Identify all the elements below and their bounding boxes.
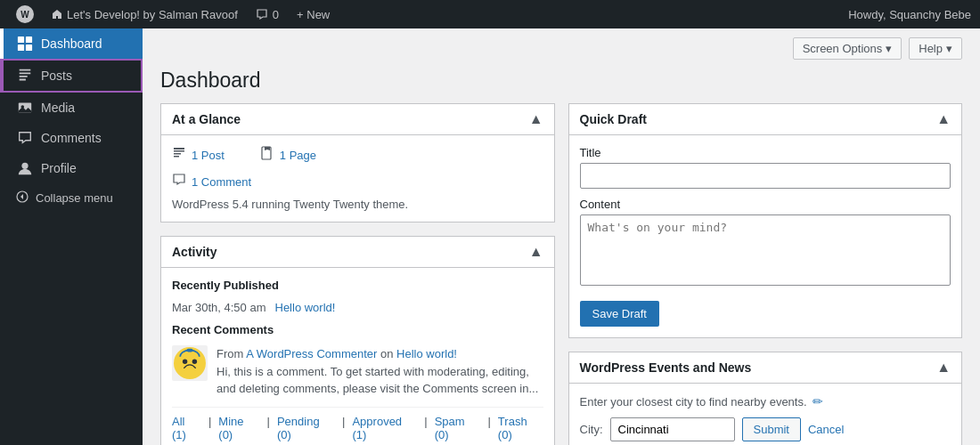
comment-text-block: From A WordPress Commenter on Hello worl… bbox=[216, 345, 543, 398]
comments-label: Comments bbox=[41, 131, 102, 145]
recent-comments-heading: Recent Comments bbox=[172, 323, 543, 340]
at-a-glance-stats: 1 Post 1 Page bbox=[172, 146, 543, 164]
comment-stat: 1 Comment bbox=[172, 173, 543, 190]
wp-logo-item[interactable]: W bbox=[7, 0, 43, 28]
screen-options-label: Screen Options bbox=[803, 42, 883, 55]
comment-avatar bbox=[172, 345, 208, 381]
wp-events-toggle[interactable]: ▲ bbox=[936, 360, 951, 376]
events-desc-text: Enter your closest city to find nearby e… bbox=[580, 395, 807, 409]
pencil-icon: ✏ bbox=[813, 394, 823, 409]
footer-mine[interactable]: Mine (0) bbox=[218, 415, 259, 441]
at-a-glance-widget: At a Glance ▲ 1 Post bbox=[160, 103, 555, 222]
sidebar-item-profile[interactable]: Profile bbox=[0, 153, 143, 183]
sidebar-item-dashboard[interactable]: Dashboard bbox=[0, 28, 143, 59]
at-a-glance-title: At a Glance bbox=[172, 112, 241, 126]
howdy-text: Howdy, Squanchy Bebe bbox=[839, 8, 980, 21]
media-icon bbox=[16, 100, 34, 116]
activity-toggle[interactable]: ▲ bbox=[529, 244, 543, 260]
city-submit-button[interactable]: Submit bbox=[742, 417, 801, 441]
svg-rect-5 bbox=[26, 44, 32, 51]
activity-footer: All (1) | Mine (0) | Pending (0) | Appro… bbox=[172, 407, 543, 441]
page-title: Dashboard bbox=[160, 69, 962, 93]
site-name: Let's Develop! by Salman Ravoof bbox=[67, 8, 238, 21]
comment-post-link[interactable]: Hello world! bbox=[396, 347, 457, 360]
recently-published: Recently Published Mar 30th, 4:50 am Hel… bbox=[172, 279, 543, 314]
quick-draft-toggle[interactable]: ▲ bbox=[936, 111, 951, 127]
sidebar-item-media[interactable]: Media bbox=[0, 93, 143, 123]
activity-title: Activity bbox=[172, 245, 217, 259]
comment-author-link[interactable]: A WordPress Commenter bbox=[246, 347, 377, 360]
comment-count-link[interactable]: 1 Comment bbox=[192, 175, 251, 189]
svg-point-13 bbox=[192, 360, 197, 364]
screen-options-button[interactable]: Screen Options ▾ bbox=[793, 37, 902, 60]
page-stat: 1 Page bbox=[260, 146, 316, 164]
city-row: City: Submit Cancel bbox=[580, 417, 951, 441]
city-cancel-link[interactable]: Cancel bbox=[808, 423, 844, 436]
footer-spam[interactable]: Spam (0) bbox=[435, 415, 481, 441]
page-count-link[interactable]: 1 Page bbox=[280, 149, 316, 162]
svg-rect-3 bbox=[26, 36, 32, 43]
at-a-glance-header: At a Glance ▲ bbox=[161, 104, 554, 135]
wp-logo-icon: W bbox=[16, 5, 34, 23]
help-chevron: ▾ bbox=[946, 42, 952, 55]
site-name-item[interactable]: Let's Develop! by Salman Ravoof bbox=[43, 0, 247, 28]
sidebar-item-posts[interactable]: Posts bbox=[0, 59, 143, 93]
collapse-icon bbox=[16, 190, 29, 206]
help-button[interactable]: Help ▾ bbox=[909, 37, 962, 60]
left-column: At a Glance ▲ 1 Post bbox=[160, 103, 555, 445]
comments-count: 0 bbox=[273, 8, 279, 21]
recent-comments-section: Recent Comments bbox=[172, 323, 543, 398]
dashboard-label: Dashboard bbox=[41, 36, 102, 51]
title-label: Title bbox=[580, 146, 951, 159]
collapse-menu-item[interactable]: Collapse menu bbox=[0, 183, 143, 213]
pub-link[interactable]: Hello world! bbox=[275, 301, 336, 314]
comments-item[interactable]: 0 bbox=[247, 0, 288, 28]
home-icon bbox=[52, 9, 62, 20]
comments-sidebar-icon bbox=[16, 130, 34, 146]
post-icon bbox=[172, 146, 186, 164]
city-label: City: bbox=[580, 423, 603, 436]
svg-text:W: W bbox=[20, 10, 29, 20]
top-bar: Screen Options ▾ Help ▾ bbox=[160, 37, 962, 60]
wp-info: WordPress 5.4 running Twenty Twenty them… bbox=[172, 198, 543, 211]
collapse-label: Collapse menu bbox=[36, 191, 113, 205]
comment-body: Hi, this is a comment. To get started wi… bbox=[216, 365, 538, 396]
post-stat: 1 Post bbox=[172, 146, 225, 164]
activity-content: Recently Published Mar 30th, 4:50 am Hel… bbox=[161, 268, 554, 445]
content-textarea[interactable] bbox=[580, 214, 951, 286]
help-label: Help bbox=[919, 42, 943, 55]
main-wrapper: Dashboard Posts Media Comments Profile bbox=[0, 28, 980, 445]
post-count-link[interactable]: 1 Post bbox=[192, 149, 225, 162]
svg-rect-14 bbox=[186, 349, 192, 352]
events-description: Enter your closest city to find nearby e… bbox=[580, 394, 951, 409]
dashboard-icon bbox=[16, 36, 34, 52]
quick-draft-header: Quick Draft ▲ bbox=[569, 104, 962, 135]
footer-all[interactable]: All (1) bbox=[172, 415, 201, 441]
svg-point-12 bbox=[183, 360, 187, 364]
screen-options-chevron: ▾ bbox=[886, 42, 892, 55]
wp-events-widget: WordPress Events and News ▲ Enter your c… bbox=[568, 352, 963, 445]
recently-published-heading: Recently Published bbox=[172, 279, 543, 295]
recent-comment-item: From A WordPress Commenter on Hello worl… bbox=[172, 345, 543, 398]
save-draft-button[interactable]: Save Draft bbox=[580, 301, 659, 327]
sidebar-item-comments[interactable]: Comments bbox=[0, 123, 143, 153]
title-input[interactable] bbox=[580, 163, 951, 189]
wp-events-title: WordPress Events and News bbox=[580, 360, 752, 375]
footer-pending[interactable]: Pending (0) bbox=[277, 415, 335, 441]
quick-draft-widget: Quick Draft ▲ Title Content Save Draft bbox=[568, 103, 963, 338]
wp-events-content: Enter your closest city to find nearby e… bbox=[569, 384, 962, 445]
profile-icon bbox=[16, 160, 34, 176]
footer-approved[interactable]: Approved (1) bbox=[352, 415, 417, 441]
quick-draft-content: Title Content Save Draft bbox=[569, 135, 962, 337]
footer-trash[interactable]: Trash (0) bbox=[498, 415, 543, 441]
wp-events-header: WordPress Events and News ▲ bbox=[569, 352, 962, 384]
new-item[interactable]: + New bbox=[288, 0, 339, 28]
city-input[interactable] bbox=[610, 417, 735, 441]
comment-icon bbox=[172, 173, 186, 190]
right-column: Quick Draft ▲ Title Content Save Draft bbox=[568, 103, 963, 445]
admin-bar-right: Howdy, Squanchy Bebe bbox=[839, 0, 980, 28]
at-a-glance-toggle[interactable]: ▲ bbox=[529, 111, 543, 127]
media-label: Media bbox=[41, 101, 75, 115]
posts-label: Posts bbox=[41, 69, 72, 83]
activity-header: Activity ▲ bbox=[161, 237, 554, 268]
